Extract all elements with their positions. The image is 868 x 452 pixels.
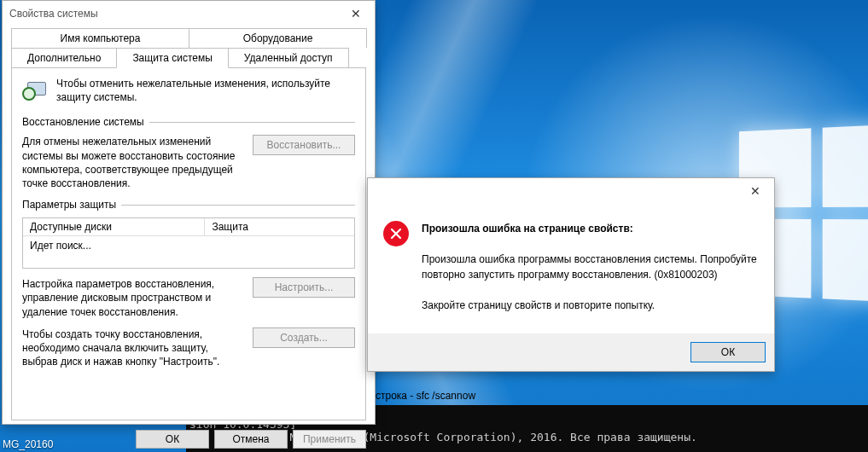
system-properties-window: Свойства системы ✕ Имя компьютера Оборуд… (2, 0, 376, 425)
section-protection-heading: Параметры защиты (22, 199, 355, 211)
tab-advanced[interactable]: Дополнительно (11, 48, 117, 68)
close-icon: ✕ (351, 7, 361, 20)
apply-button[interactable]: Применить (293, 430, 366, 449)
tab-hardware[interactable]: Оборудование (189, 28, 367, 48)
column-protection[interactable]: Защита (205, 218, 354, 235)
drives-list[interactable]: Доступные диски Защита Идет поиск... (22, 217, 355, 269)
tab-panel: Чтобы отменить нежелательные изменения, … (11, 67, 366, 420)
error-dialog: ✕ Произошла ошибка на странице свойств: … (367, 177, 775, 372)
close-icon: ✕ (750, 184, 760, 198)
titlebar[interactable]: Свойства системы ✕ (3, 1, 375, 26)
configure-button[interactable]: Настроить... (253, 277, 355, 298)
error-titlebar[interactable]: ✕ (368, 178, 774, 204)
close-button[interactable]: ✕ (336, 1, 375, 26)
restore-description: Для отмены нежелательных изменений систе… (22, 135, 244, 190)
error-message: Произошла ошибка программы восстановлени… (422, 252, 759, 282)
error-icon (383, 221, 409, 246)
tab-remote[interactable]: Удаленный доступ (228, 48, 349, 68)
error-close-button[interactable]: ✕ (736, 178, 774, 204)
drives-body: Идет поиск... (23, 236, 354, 255)
ok-button[interactable]: ОК (136, 430, 209, 449)
create-button[interactable]: Создать... (253, 327, 355, 348)
command-prompt-title-fragment: строка - sfc /scannow (376, 390, 475, 402)
column-available-drives[interactable]: Доступные диски (23, 218, 205, 235)
create-description: Чтобы создать точку восстановления, необ… (22, 327, 244, 369)
error-ok-button[interactable]: ОК (690, 342, 766, 362)
protection-icon (22, 77, 50, 104)
intro-text: Чтобы отменить нежелательные изменения, … (56, 77, 355, 104)
window-title: Свойства системы (9, 8, 98, 20)
cancel-button[interactable]: Отмена (214, 430, 288, 449)
section-restore-heading: Восстановление системы (22, 116, 355, 128)
error-heading: Произошла ошибка на странице свойств: (422, 221, 759, 236)
configure-description: Настройка параметров восстановления, упр… (22, 277, 244, 319)
tab-system-protection[interactable]: Защита системы (116, 48, 228, 68)
error-instruction: Закройте страницу свойств и повторите по… (422, 298, 759, 313)
tab-computer-name[interactable]: Имя компьютера (11, 28, 189, 48)
restore-button[interactable]: Восстановить... (253, 135, 355, 155)
